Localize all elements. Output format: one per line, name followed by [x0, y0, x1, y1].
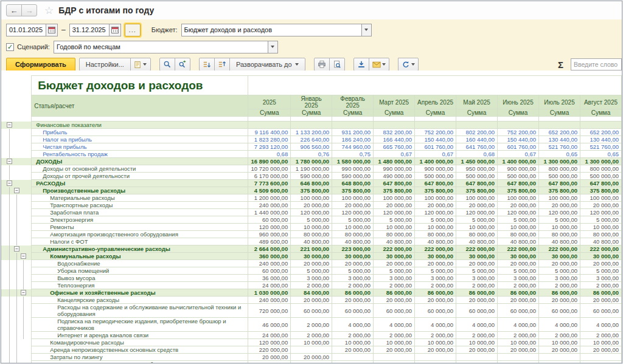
- value-cell[interactable]: [415, 354, 456, 361]
- value-cell[interactable]: 3 000,00: [374, 275, 415, 282]
- value-cell[interactable]: 130 440,00: [580, 136, 621, 143]
- collapse-groups-button[interactable]: [199, 58, 215, 71]
- value-cell[interactable]: 20 000,00: [498, 260, 539, 267]
- value-cell[interactable]: 20 000,00: [291, 297, 332, 304]
- column-subheader-sum[interactable]: Сумма: [374, 109, 415, 117]
- value-cell[interactable]: 9 116 400,00: [248, 129, 291, 136]
- report-variants-button[interactable]: [130, 58, 151, 71]
- value-cell[interactable]: [332, 122, 374, 129]
- value-cell[interactable]: 40 800,00: [332, 238, 374, 246]
- value-cell[interactable]: 20 000,00: [374, 346, 415, 354]
- value-cell[interactable]: 2 000,00: [374, 282, 415, 289]
- period-to-calendar-button[interactable]: [110, 24, 121, 36]
- forward-button[interactable]: →: [21, 4, 37, 16]
- value-cell[interactable]: 800 000,00: [539, 165, 580, 173]
- value-cell[interactable]: 2 000,00: [580, 282, 621, 289]
- value-cell[interactable]: 20 000,00: [332, 202, 374, 209]
- value-cell[interactable]: 24 000,00: [248, 282, 291, 289]
- value-cell[interactable]: [580, 354, 621, 361]
- value-cell[interactable]: 80 000,00: [539, 231, 580, 238]
- value-cell[interactable]: 160 440,00: [456, 136, 498, 143]
- column-header-article[interactable]: Статья/расчет: [32, 95, 248, 117]
- value-cell[interactable]: 20 000,00: [374, 297, 415, 304]
- value-cell[interactable]: 3 000,00: [539, 275, 580, 282]
- value-cell[interactable]: 1 450 000,00: [456, 158, 498, 165]
- value-cell[interactable]: 84 000,00: [291, 289, 332, 297]
- value-cell[interactable]: 590 000,00: [332, 173, 374, 180]
- value-cell[interactable]: 900 000,00: [415, 165, 456, 173]
- value-cell[interactable]: 120 000,00: [539, 209, 580, 216]
- value-cell[interactable]: 20 000,00: [539, 346, 580, 354]
- value-cell[interactable]: 240 000,00: [248, 361, 291, 363]
- value-cell[interactable]: 20 000,00: [456, 297, 498, 304]
- article-cell[interactable]: Интернет и аренда каналов связи: [32, 332, 248, 339]
- value-cell[interactable]: 20 000,00: [332, 346, 374, 354]
- value-cell[interactable]: 3 000,00: [291, 275, 332, 282]
- value-cell[interactable]: [539, 354, 580, 361]
- value-cell[interactable]: 7 773 600,00: [248, 180, 291, 187]
- value-cell[interactable]: [374, 354, 415, 361]
- collapse-group-icon[interactable]: −: [7, 122, 12, 128]
- article-cell[interactable]: Заработная плата: [32, 209, 248, 216]
- collapse-group-icon[interactable]: −: [14, 246, 19, 252]
- value-cell[interactable]: 240 000,00: [248, 260, 291, 267]
- value-cell[interactable]: 46 000,00: [248, 318, 291, 332]
- value-cell[interactable]: 0,67: [374, 151, 415, 158]
- value-cell[interactable]: 0,76: [291, 151, 332, 158]
- value-cell[interactable]: 10 000,00: [498, 224, 539, 231]
- value-cell[interactable]: 10 000,00: [456, 224, 498, 231]
- value-cell[interactable]: 120 000,00: [456, 209, 498, 216]
- value-cell[interactable]: 20 000,00: [248, 354, 291, 361]
- value-cell[interactable]: 1 780 000,00: [291, 158, 332, 165]
- article-cell[interactable]: Чистая прибыль: [32, 143, 248, 151]
- value-cell[interactable]: [374, 122, 415, 129]
- column-header-period[interactable]: Февраль 2025: [332, 95, 374, 109]
- value-cell[interactable]: [248, 122, 291, 129]
- value-cell[interactable]: 900 000,00: [498, 165, 539, 173]
- value-cell[interactable]: 166 440,00: [374, 136, 415, 143]
- value-cell[interactable]: 60 000,00: [374, 304, 415, 318]
- value-cell[interactable]: 950 000,00: [456, 165, 498, 173]
- value-cell[interactable]: 80 000,00: [456, 231, 498, 238]
- value-cell[interactable]: 2 664 000,00: [248, 246, 291, 253]
- value-cell[interactable]: 60 000,00: [415, 304, 456, 318]
- value-cell[interactable]: 86 000,00: [456, 289, 498, 297]
- article-cell[interactable]: Подписка на периодические издания, приоб…: [32, 318, 248, 332]
- report-title-cell[interactable]: Бюджет доходов и расходов: [32, 76, 248, 95]
- column-header-period[interactable]: Июль 2025: [539, 95, 580, 109]
- value-cell[interactable]: 960 000,00: [248, 231, 291, 238]
- value-cell[interactable]: 500 000,00: [580, 173, 621, 180]
- value-cell[interactable]: 6 170 000,00: [248, 173, 291, 180]
- value-cell[interactable]: 20 000,00: [374, 260, 415, 267]
- value-cell[interactable]: 5 000,00: [374, 216, 415, 224]
- value-cell[interactable]: 30 000,00: [415, 253, 456, 260]
- article-cell[interactable]: Командировочные расходы: [32, 339, 248, 346]
- value-cell[interactable]: 40 800,00: [456, 238, 498, 246]
- value-cell[interactable]: 30 000,00: [332, 253, 374, 260]
- period-from-input[interactable]: [6, 24, 46, 36]
- value-cell[interactable]: 2 000,00: [332, 332, 374, 339]
- value-cell[interactable]: 601 760,00: [498, 143, 539, 151]
- value-cell[interactable]: 3 000,00: [332, 275, 374, 282]
- settings-button[interactable]: Настройки...: [79, 58, 131, 71]
- article-cell[interactable]: Доходы от прочей деятельности: [32, 173, 248, 180]
- value-cell[interactable]: 1 400 000,00: [415, 158, 456, 165]
- value-cell[interactable]: 80 000,00: [580, 231, 621, 238]
- article-cell[interactable]: Ремонты: [32, 224, 248, 231]
- value-cell[interactable]: 1 400 000,00: [498, 158, 539, 165]
- value-cell[interactable]: 2 000,00: [291, 318, 332, 332]
- column-header-period[interactable]: Январь 2025: [291, 95, 332, 109]
- value-cell[interactable]: 150 440,00: [498, 136, 539, 143]
- value-cell[interactable]: 375 800,00: [580, 187, 621, 194]
- article-cell[interactable]: Налог на прибыль: [32, 136, 248, 143]
- value-cell[interactable]: [498, 122, 539, 129]
- value-cell[interactable]: 1 300 000,00: [539, 158, 580, 165]
- value-cell[interactable]: 20 000,00: [456, 346, 498, 354]
- value-cell[interactable]: 30 000,00: [498, 253, 539, 260]
- value-cell[interactable]: 60 000,00: [456, 304, 498, 318]
- value-cell[interactable]: 375 800,00: [291, 187, 332, 194]
- value-cell[interactable]: 10 000,00: [415, 339, 456, 346]
- value-cell[interactable]: 5 000,00: [291, 216, 332, 224]
- value-cell[interactable]: 375 800,00: [332, 187, 374, 194]
- value-cell[interactable]: 2 000,00: [291, 282, 332, 289]
